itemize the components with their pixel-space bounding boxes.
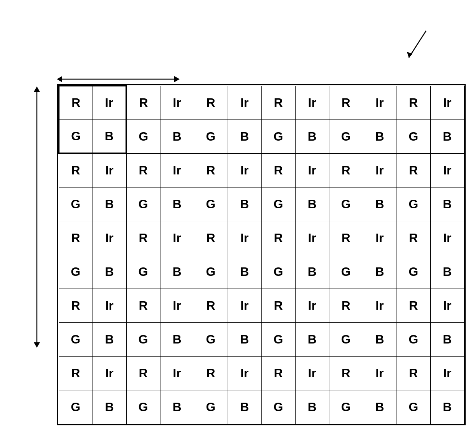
grid-cell: G	[59, 119, 93, 153]
grid-cell: Ir	[228, 221, 261, 255]
grid-cell: R	[397, 289, 430, 322]
grid-cell: R	[59, 86, 93, 119]
ref-arrow	[405, 29, 436, 63]
grid-cell: B	[93, 187, 126, 221]
grid-cell: Ir	[93, 153, 126, 187]
grid-cell: G	[261, 390, 295, 424]
grid-cell: Ir	[93, 289, 126, 322]
grid-cell: Ir	[295, 289, 329, 322]
grid-cell: B	[295, 322, 329, 356]
grid-cell: Ir	[160, 86, 194, 119]
svg-marker-4	[174, 76, 180, 82]
grid-cell: Ir	[363, 289, 397, 322]
grid-cell: G	[397, 322, 430, 356]
grid-cell: B	[93, 390, 126, 424]
grid-cell: G	[126, 255, 160, 289]
grid-cell: G	[126, 390, 160, 424]
grid-cell: B	[93, 119, 126, 153]
grid-cell: Ir	[160, 356, 194, 390]
grid-cell: B	[228, 119, 261, 153]
grid-cell: G	[397, 187, 430, 221]
grid-cell: R	[397, 86, 430, 119]
grid-cell: B	[93, 322, 126, 356]
grid-cell: G	[329, 119, 363, 153]
grid-cell: Ir	[228, 153, 261, 187]
grid-cell: R	[126, 86, 160, 119]
grid-cell: G	[59, 187, 93, 221]
grid-cell: G	[397, 119, 430, 153]
grid-cell: Ir	[228, 86, 261, 119]
grid-cell: G	[126, 119, 160, 153]
grid-cell: Ir	[430, 289, 464, 322]
grid-cell: R	[329, 153, 363, 187]
grid-cell: G	[329, 187, 363, 221]
grid-cell: Ir	[93, 356, 126, 390]
grid-cell: R	[329, 289, 363, 322]
grid-cell: Ir	[363, 86, 397, 119]
grid-cell: B	[160, 322, 194, 356]
grid-cell: R	[126, 356, 160, 390]
grid-cell: Ir	[295, 86, 329, 119]
grid-cell: Ir	[295, 356, 329, 390]
grid-cell: G	[329, 390, 363, 424]
grid-cell: R	[194, 356, 228, 390]
grid-cell: B	[228, 390, 261, 424]
grid-cell: R	[329, 221, 363, 255]
grid-cell: R	[397, 356, 430, 390]
grid-cell: R	[126, 153, 160, 187]
grid-cell: R	[194, 153, 228, 187]
grid-cell: B	[295, 255, 329, 289]
grid-cell: B	[363, 119, 397, 153]
grid-cell: G	[261, 119, 295, 153]
grid-cell: G	[329, 255, 363, 289]
row-direction-arrow	[57, 74, 180, 85]
grid-cell: Ir	[430, 356, 464, 390]
grid-cell: B	[160, 390, 194, 424]
grid-cell: B	[363, 322, 397, 356]
grid-cell: R	[194, 289, 228, 322]
grid-cell: G	[261, 255, 295, 289]
grid-cell: R	[194, 221, 228, 255]
grid-cell: R	[59, 221, 93, 255]
grid-cell: Ir	[430, 153, 464, 187]
grid-cell: Ir	[430, 221, 464, 255]
grid-cell: G	[59, 390, 93, 424]
grid-cell: B	[295, 119, 329, 153]
grid-cell: R	[261, 356, 295, 390]
page-container: RIrRIrRIrRIrRIrRIrGBGBGBGBGBGBRIrRIrRIrR…	[0, 0, 476, 448]
grid-cell: G	[194, 390, 228, 424]
grid-cell: R	[126, 221, 160, 255]
grid-cell: G	[261, 322, 295, 356]
grid-cell: R	[126, 289, 160, 322]
grid-cell: Ir	[93, 221, 126, 255]
grid-cell: B	[228, 255, 261, 289]
pixel-grid: RIrRIrRIrRIrRIrRIrGBGBGBGBGBGBRIrRIrRIrR…	[58, 85, 464, 424]
grid-cell: B	[228, 322, 261, 356]
grid-cell: B	[160, 255, 194, 289]
grid-cell: B	[295, 187, 329, 221]
grid-cell: G	[329, 322, 363, 356]
grid-container: RIrRIrRIrRIrRIrRIrGBGBGBGBGBGBRIrRIrRIrR…	[57, 84, 466, 425]
grid-cell: Ir	[430, 86, 464, 119]
grid-cell: B	[430, 119, 464, 153]
grid-cell: Ir	[295, 221, 329, 255]
grid-cell: B	[430, 322, 464, 356]
grid-cell: B	[363, 390, 397, 424]
grid-cell: Ir	[160, 289, 194, 322]
svg-marker-5	[34, 86, 40, 92]
grid-cell: Ir	[363, 356, 397, 390]
grid-cell: R	[329, 356, 363, 390]
grid-cell: G	[194, 119, 228, 153]
grid-cell: B	[430, 255, 464, 289]
grid-cell: Ir	[160, 221, 194, 255]
grid-cell: G	[194, 187, 228, 221]
grid-cell: R	[397, 221, 430, 255]
col-direction-arrow	[31, 86, 42, 348]
grid-cell: B	[160, 187, 194, 221]
grid-cell: B	[363, 187, 397, 221]
grid-cell: G	[261, 187, 295, 221]
grid-cell: R	[194, 86, 228, 119]
grid-cell: B	[430, 187, 464, 221]
grid-cell: R	[261, 289, 295, 322]
grid-cell: B	[430, 390, 464, 424]
